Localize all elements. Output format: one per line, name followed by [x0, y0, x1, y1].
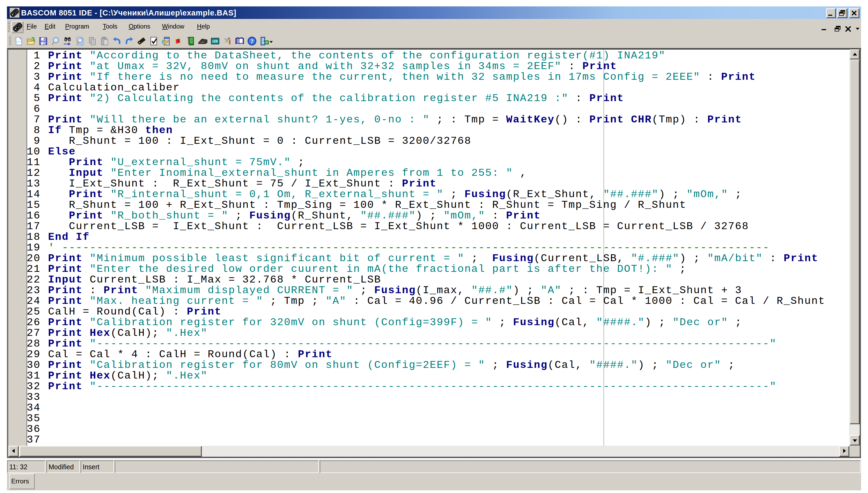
svg-text:LCD: LCD: [212, 40, 218, 43]
svg-text:?: ?: [250, 38, 253, 45]
